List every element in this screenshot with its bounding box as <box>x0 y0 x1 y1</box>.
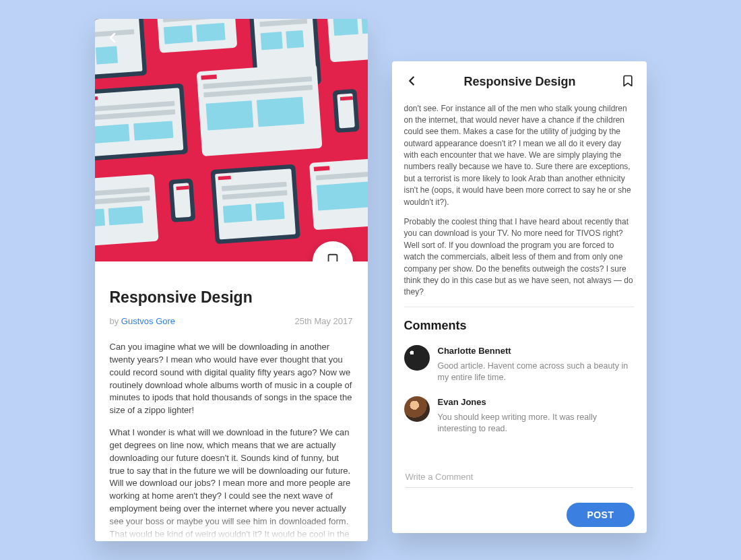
article-date: 25th May 2017 <box>294 316 352 326</box>
avatar <box>404 345 430 371</box>
comment-author: Evan Jones <box>438 396 635 409</box>
by-prefix: by <box>110 316 121 326</box>
screen-body: don't see. For instance all of the men w… <box>392 103 647 533</box>
back-button[interactable] <box>404 73 419 91</box>
comment-text: Good article. Havent come across such a … <box>438 361 635 384</box>
hero-devices-illustration <box>95 19 368 261</box>
screen-header: Responsive Design <box>392 61 647 103</box>
section-divider <box>404 307 635 307</box>
author-link[interactable]: Gustvos Gore <box>121 316 175 326</box>
article-title: Responsive Design <box>110 288 353 307</box>
comment-item: Evan Jones You should keep writing more.… <box>404 396 635 435</box>
article-body: Can you imagine what we will be download… <box>110 341 353 541</box>
comment-author: Charlotte Bennett <box>438 345 635 358</box>
comment-input[interactable] <box>406 466 633 488</box>
bookmark-button[interactable] <box>621 74 635 90</box>
back-button[interactable] <box>104 30 121 49</box>
article-meta: by Gustvos Gore 25th May 2017 <box>110 316 353 326</box>
article-paragraph: Probably the coolest thing that I have h… <box>404 216 635 299</box>
comment-item: Charlotte Bennett Good article. Havent c… <box>404 345 635 384</box>
comments-heading: Comments <box>404 317 635 334</box>
hero-image <box>95 19 368 261</box>
avatar <box>404 396 430 422</box>
article-paragraph: don't see. For instance all of the men w… <box>404 103 635 209</box>
comment-text: You should keep writing more. It was rea… <box>438 412 635 435</box>
article-content: Responsive Design by Gustvos Gore 25th M… <box>95 261 368 541</box>
post-button[interactable]: POST <box>567 503 634 527</box>
fade-overlay <box>95 514 368 541</box>
comments-screen: Responsive Design don't see. For instanc… <box>392 61 647 533</box>
article-paragraph: Can you imagine what we will be download… <box>110 341 353 417</box>
bookmark-icon <box>325 253 340 261</box>
article-screen: Responsive Design by Gustvos Gore 25th M… <box>95 19 368 541</box>
header-title: Responsive Design <box>463 75 575 89</box>
